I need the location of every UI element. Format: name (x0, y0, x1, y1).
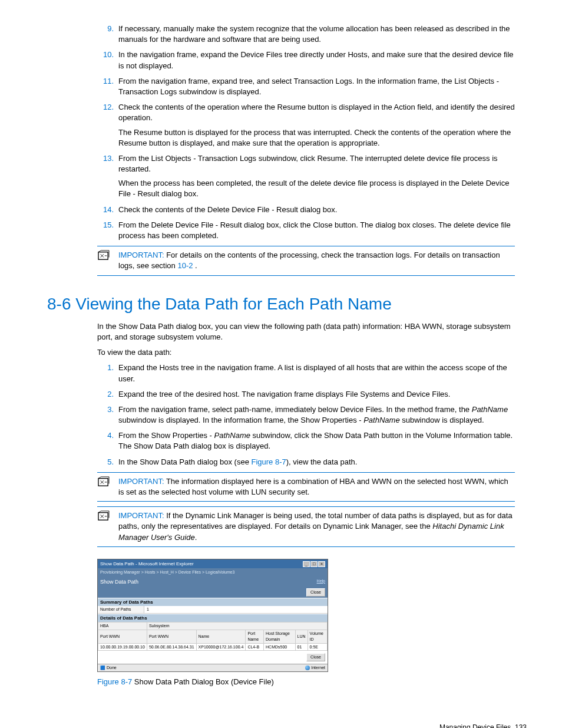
column-header-row: Port WWN Port WWN Name Port Name Host St… (98, 630, 328, 644)
col-volid: Volume ID (308, 630, 327, 644)
step-text: If necessary, manually make the system r… (118, 24, 510, 44)
col-portwwn2: Port WWN (147, 630, 196, 644)
pathname-italic: PathName (363, 416, 399, 424)
step-num: 9. (97, 24, 114, 34)
step-text: From the navigation frame, expand tree, … (118, 77, 499, 96)
step-num: 1. (97, 363, 114, 373)
footer-text: Managing Device Files (439, 723, 511, 728)
cell-name: XP10000@172.16.100.4 (196, 643, 246, 651)
step-num: 15. (97, 220, 114, 230)
figure-caption: Figure 8-7 Show Data Path Dialog Box (De… (97, 677, 515, 687)
help-link[interactable]: Help (317, 578, 325, 584)
note-icon (97, 510, 110, 521)
step-text: Expand the tree of the desired host. The… (118, 390, 450, 398)
view-step-5: 5.In the Show Data Path dialog box (see … (97, 457, 515, 467)
step-extra: The Resume button is displayed for the p… (118, 127, 515, 149)
figure-number: Figure 8-7 (97, 677, 132, 686)
step-text-pre: From the navigation frame, select path-n… (118, 405, 472, 414)
step-num: 14. (97, 205, 114, 215)
dialog-header-title: Show Data Path (100, 578, 138, 586)
step-13: 13.From the List Objects - Transaction L… (97, 153, 515, 200)
important-text-post: . (195, 533, 197, 542)
important-label: IMPORTANT: (118, 477, 164, 486)
view-step-3: 3.From the navigation frame, select path… (97, 404, 515, 426)
summary-section-bar: Summary of Data Paths (98, 598, 328, 606)
close-button[interactable]: Close (306, 653, 325, 661)
cell-lun: 01 (295, 643, 308, 651)
col-name: Name (196, 630, 246, 644)
step-num: 13. (97, 153, 114, 164)
close-button[interactable]: Close (306, 588, 325, 597)
num-paths-label: Number of Paths (98, 606, 144, 613)
details-table: HBA Subsystem Port WWN Port WWN Name Por… (98, 622, 328, 651)
step-num: 11. (97, 76, 114, 87)
step-text-mid: subwindow is displayed. In the informati… (118, 416, 363, 424)
upper-steps-list: 9.If necessary, manually make the system… (97, 24, 515, 241)
section-body: In the Show Data Path dialog box, you ca… (97, 321, 515, 688)
dialog-header: Show Data Path Help (98, 577, 328, 588)
maximize-icon[interactable]: □ (310, 561, 318, 567)
figure-8-7: Show Data Path - Microsoft Internet Expl… (97, 559, 515, 688)
step-text: Check the contents of the operation wher… (118, 103, 515, 122)
step-extra: When the process has been completed, the… (118, 178, 515, 199)
figure-caption-text: Show Data Path Dialog Box (Device File) (132, 677, 274, 686)
minimize-icon[interactable]: _ (303, 561, 310, 567)
step-text-post: ), view the data path. (286, 457, 358, 466)
section-heading: 8-6 Viewing the Data Path for Each Path … (47, 292, 527, 315)
step-num: 12. (97, 102, 114, 113)
step-15: 15.From the Delete Device File - Result … (97, 220, 515, 241)
dialog-titlebar: Show Data Path - Microsoft Internet Expl… (98, 559, 328, 568)
view-step-4: 4.From the Show Properties - PathName su… (97, 430, 515, 452)
step-14: 14.Check the contents of the Delete Devi… (97, 205, 515, 215)
window-buttons: _□× (302, 561, 325, 567)
step-9: 9.If necessary, manually make the system… (97, 24, 515, 45)
col-portname: Port Name (246, 630, 264, 644)
subsystem-group-header: Subsystem (147, 622, 327, 630)
step-num: 4. (97, 430, 114, 441)
note-icon (97, 250, 110, 261)
globe-icon (305, 666, 310, 670)
pathname-italic: PathName (472, 405, 508, 414)
dialog-status-bar: 🟦 Done Internet (98, 664, 328, 671)
important-note-2: IMPORTANT: The information displayed her… (97, 472, 515, 502)
step-num: 2. (97, 389, 114, 400)
details-section-bar: Details of Data Paths (98, 614, 328, 622)
step-text: From the List Objects - Transaction Logs… (118, 154, 498, 173)
done-text: Done (107, 666, 117, 670)
view-step-1: 1.Expand the Hosts tree in the navigatio… (97, 363, 515, 384)
cell-hsd: HCMDs500 (264, 643, 296, 651)
lower-steps-list: 1.Expand the Hosts tree in the navigatio… (97, 363, 515, 467)
section-link[interactable]: 10-2 (177, 261, 193, 270)
cell-portwwn2: 50.06.0E.80.14.38.64.31 (147, 643, 196, 651)
col-lun: LUN (295, 630, 308, 644)
step-text: In the navigation frame, expand the Devi… (118, 50, 514, 70)
close-icon[interactable]: × (318, 561, 325, 567)
internet-text: Internet (311, 665, 325, 671)
cell-volid: 0:5E (308, 643, 327, 651)
step-text-pre: From the Show Properties - (118, 431, 214, 440)
dialog-top-close-row: Close (98, 587, 328, 598)
num-paths-value: 1 (144, 606, 151, 613)
note-icon (97, 476, 110, 487)
page-footer: Managing Device Files 133 (47, 723, 527, 728)
num-paths-row: Number of Paths 1 (98, 606, 328, 614)
upper-steps-block: 9.If necessary, manually make the system… (97, 24, 515, 276)
step-text-post: subwindow is displayed. (400, 416, 484, 424)
dialog-title: Show Data Path - Microsoft Internet Expl… (100, 561, 194, 567)
col-hsd: Host Storage Domain (264, 630, 296, 644)
footer-page-number: 133 (515, 723, 527, 728)
col-portwwn1: Port WWN (98, 630, 147, 644)
pathname-italic: PathName (214, 431, 250, 440)
step-12: 12.Check the contents of the operation w… (97, 102, 515, 149)
view-step-2: 2.Expand the tree of the desired host. T… (97, 389, 515, 400)
cell-portwwn1: 10.00.00.19.19.00.00.10 (98, 643, 147, 651)
step-11: 11.From the navigation frame, expand tre… (97, 76, 515, 97)
figure-link[interactable]: Figure 8-7 (251, 457, 286, 466)
dialog-bottom-close-row: Close (98, 651, 328, 664)
step-10: 10.In the navigation frame, expand the D… (97, 50, 515, 71)
data-row: 10.00.00.19.19.00.00.10 50.06.0E.80.14.3… (98, 643, 328, 651)
to-view-label: To view the data path: (97, 347, 515, 358)
important-label: IMPORTANT: (118, 511, 164, 520)
important-text: The information displayed here is a comb… (118, 477, 508, 496)
intro-paragraph: In the Show Data Path dialog box, you ca… (97, 321, 515, 342)
